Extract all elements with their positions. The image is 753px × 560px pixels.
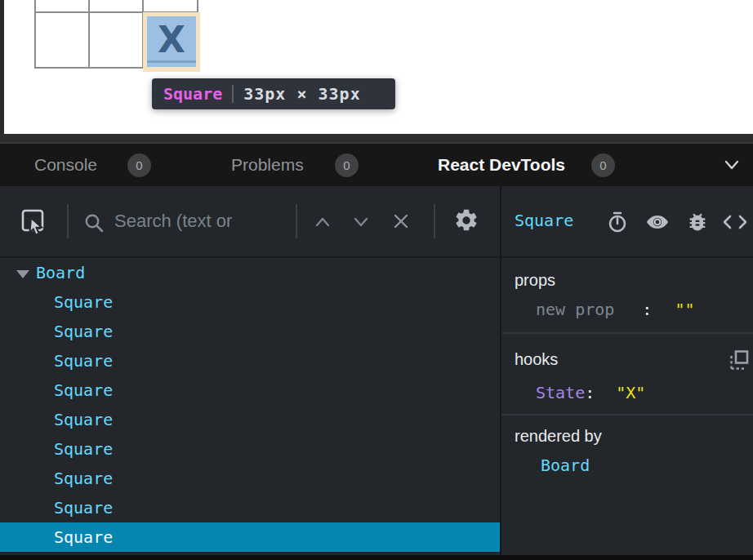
prop-row: new prop:"" [536,300,694,319]
tree-item-label: Square [54,498,113,518]
tree-item-square[interactable]: Square [0,317,500,346]
bug-icon[interactable] [686,211,709,233]
tooltip-divider [232,85,234,103]
inspected-component-title: Square [515,211,573,230]
next-match-icon[interactable] [352,216,370,229]
tree-item-label: Square [54,322,113,341]
code-brackets-icon[interactable] [722,212,748,232]
tree-item-square[interactable]: Square [0,376,500,405]
tree-item-label: Square [54,527,113,547]
tree-item-square[interactable]: Square [0,434,500,464]
tree-item-label: Square [54,380,113,400]
section-divider [501,414,753,416]
tab-problems[interactable]: Problems [231,155,304,175]
tree-item-label: Square [54,292,113,312]
hooks-section-header: hooks [515,350,558,369]
tree-item-square[interactable]: Square [0,405,500,434]
hook-value-input[interactable]: "X" [616,383,645,402]
tree-item-square[interactable]: Square [0,493,500,522]
rendered-by-section-header: rendered by [515,427,602,446]
search-input[interactable] [114,202,287,240]
devtools-toolbar: Square [0,186,753,258]
cell-border-overlay [147,60,196,63]
stopwatch-icon[interactable] [606,211,629,233]
search-icon [83,212,105,233]
props-section-header: props [515,271,555,290]
clear-search-icon[interactable] [392,212,410,230]
new-prop-input[interactable]: new prop [536,300,614,319]
dashed-square-icon[interactable] [728,349,750,371]
previous-match-icon[interactable] [314,216,332,229]
section-divider [501,332,753,334]
square-value-x: X [158,22,185,61]
tree-item-label: Board [36,263,85,282]
inspector-pane: props new prop:"" hooks State:"X" render… [501,258,753,555]
toolbar-divider [67,204,69,238]
settings-gear-icon[interactable] [453,207,479,233]
tree-item-square[interactable]: Square [0,464,500,493]
prop-value-input[interactable]: "" [675,300,694,319]
tree-item-square[interactable]: Square [0,287,500,317]
problems-count-badge: 0 [335,153,359,177]
bottom-edge [0,555,753,560]
tree-item-label: Square [54,410,113,429]
rendered-by-board-link[interactable]: Board [541,456,590,475]
tree-item-label: Square [54,469,113,488]
tree-item-label: Square [54,351,113,371]
triangle-down-icon[interactable] [16,270,29,278]
chevron-down-icon[interactable] [722,157,742,173]
board-square-cell[interactable]: X [147,16,196,67]
grid-line [34,0,36,69]
devtools-top-strip [0,134,753,142]
tree-item-square[interactable]: Square [0,346,500,376]
tooltip-dimensions: 33px × 33px [243,84,360,104]
tree-item-board[interactable]: Board [0,258,500,287]
component-tree: Board Square Square Square Square Square… [0,258,500,555]
tab-console[interactable]: Console [34,155,97,175]
toolbar-divider [434,204,435,238]
tab-react-devtools[interactable]: React DevTools [438,155,565,175]
tree-item-label: Square [54,439,113,459]
browser-page: X Square 33px × 33px [0,0,753,134]
inspect-element-icon[interactable] [21,209,46,235]
element-size-tooltip: Square 33px × 33px [152,78,395,109]
inspect-highlight-padding: X [143,12,200,72]
hook-name: State [536,383,585,402]
react-devtools-count-badge: 0 [591,153,615,177]
eye-icon[interactable] [645,212,670,232]
react-devtools-panel: Square [0,186,753,555]
screenshot-root: X Square 33px × 33px Console 0 Problems … [0,0,753,560]
hook-row: State:"X" [536,383,645,402]
console-count-badge: 0 [127,153,151,177]
tooltip-component-name: Square [163,84,222,104]
grid-line [88,0,90,69]
toolbar-divider [296,204,297,238]
devtools-tabbar: Console 0 Problems 0 React DevTools 0 [0,142,753,186]
page-left-edge [0,0,4,134]
tree-item-square-selected[interactable]: Square [0,522,500,552]
